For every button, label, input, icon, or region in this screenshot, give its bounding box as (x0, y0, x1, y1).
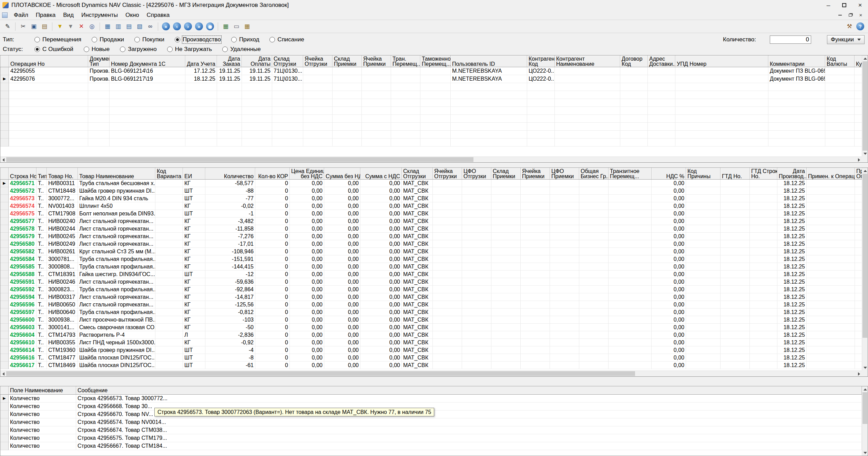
table-row[interactable]: ▶КоличествоСтрока 42956573. Товар 300077… (0, 395, 862, 403)
cell[interactable] (433, 180, 462, 187)
cell[interactable] (550, 278, 579, 286)
cell[interactable] (550, 210, 579, 217)
cell[interactable] (855, 255, 862, 263)
cell[interactable] (807, 271, 855, 278)
cell[interactable]: ШТ (183, 271, 205, 278)
cell[interactable] (686, 308, 721, 316)
column-header[interactable]: ОбщаяБизнес Гр... (579, 168, 609, 179)
cell[interactable]: 3000938... (47, 316, 78, 324)
cell[interactable] (550, 286, 579, 293)
scroll-right-icon[interactable] (856, 157, 862, 163)
cell[interactable] (807, 331, 855, 339)
cell[interactable] (855, 324, 862, 331)
cell[interactable] (462, 308, 491, 316)
cell[interactable]: СТМ18448 (47, 187, 78, 195)
cell[interactable] (648, 123, 675, 131)
cell[interactable] (491, 286, 521, 293)
cell[interactable] (750, 202, 777, 210)
cell[interactable]: Т.. (37, 301, 47, 308)
column-header[interactable]: Строка Но (9, 168, 37, 179)
cell[interactable] (721, 286, 750, 293)
cell[interactable]: 17.12.25 (185, 67, 217, 75)
cell[interactable] (550, 240, 579, 248)
cell[interactable] (521, 248, 550, 255)
table-row[interactable]: 42956588Т..СТМ18391Гайка шестигр. DIN934… (0, 271, 862, 278)
cell[interactable]: 42956597 (9, 308, 37, 316)
cell[interactable] (807, 324, 855, 331)
cell[interactable]: 18.12.25 (777, 263, 807, 271)
cell[interactable] (648, 131, 675, 139)
status-radio-4[interactable]: Удаленные (222, 46, 261, 53)
cell[interactable]: ЦО222-0... (527, 75, 555, 83)
cell[interactable] (579, 217, 609, 225)
cell[interactable] (491, 248, 521, 255)
cell[interactable] (686, 354, 721, 362)
cell[interactable] (433, 316, 462, 324)
cell[interactable]: 42956577 (9, 217, 37, 225)
column-header[interactable]: КонтрагентКод (527, 55, 555, 67)
cell[interactable] (527, 107, 555, 115)
scroll-track[interactable] (862, 61, 868, 151)
cell[interactable] (391, 107, 420, 115)
cell[interactable] (521, 271, 550, 278)
row-marker[interactable] (0, 426, 9, 434)
cell[interactable]: 0,00 (324, 187, 360, 195)
cell[interactable] (433, 187, 462, 195)
cell[interactable]: 18.12.25 (777, 301, 807, 308)
cell[interactable] (527, 123, 555, 131)
scroll-down-icon[interactable] (862, 450, 868, 456)
cell[interactable] (462, 316, 491, 324)
row-marker[interactable] (0, 248, 9, 255)
cell[interactable] (9, 139, 88, 146)
cell[interactable]: Количество (9, 411, 76, 418)
cell[interactable] (521, 346, 550, 354)
cell[interactable]: 42956588 (9, 271, 37, 278)
cell[interactable] (451, 83, 527, 91)
cell[interactable] (155, 210, 183, 217)
table-row[interactable]: 42956597Т..НИВ00640Труба стальная профил… (0, 308, 862, 316)
cell[interactable]: Круг стальной Ст3 25 мм (М... (78, 248, 155, 255)
cell[interactable]: 0,00 (324, 263, 360, 271)
cell[interactable]: СТМ19360 (47, 346, 78, 354)
cell[interactable]: 0,00 (360, 362, 402, 369)
cell[interactable]: Т.. (37, 339, 47, 346)
table-row[interactable]: 42956610Т..НИВ00355Лист ПНД черный 1500х… (0, 339, 862, 346)
cell[interactable] (855, 225, 862, 233)
cell[interactable] (686, 210, 721, 217)
cell[interactable]: СТМ17908 (47, 210, 78, 217)
column-header[interactable]: ЯчейкаПриемки (521, 168, 550, 179)
documents-grid-vertical-scrollbar[interactable] (862, 55, 868, 156)
cell[interactable] (333, 67, 362, 75)
cell[interactable] (521, 240, 550, 248)
cell[interactable]: 42956596 (9, 301, 37, 308)
cell[interactable]: МАТ_СВК (402, 316, 433, 324)
cell[interactable] (303, 115, 333, 123)
cell[interactable]: 3000781... (47, 255, 78, 263)
cell[interactable] (579, 240, 609, 248)
functions-button[interactable]: Функции (827, 35, 865, 44)
cell[interactable]: -88 (205, 187, 255, 195)
cell[interactable] (155, 248, 183, 255)
cell[interactable] (825, 131, 855, 139)
cell[interactable]: 0,00 (360, 202, 402, 210)
close-button[interactable]: × (852, 0, 868, 10)
cell[interactable] (825, 83, 855, 91)
print-icon[interactable]: ▭ (232, 22, 241, 31)
cell[interactable]: МАТ_СВК (402, 202, 433, 210)
cell[interactable]: 18.12.25 (185, 75, 217, 83)
cell[interactable]: 0 (255, 278, 290, 286)
cell[interactable] (521, 217, 550, 225)
cell[interactable] (609, 202, 652, 210)
cell[interactable]: BLG-0691214\16 (110, 67, 185, 75)
cell[interactable]: Т.. (37, 271, 47, 278)
cell[interactable]: МАТ_СВК (402, 217, 433, 225)
cell[interactable] (609, 255, 652, 263)
cell[interactable] (550, 180, 579, 187)
column-header[interactable]: ГТД СтрокаНо. (750, 168, 777, 179)
cell[interactable]: -17,01 (205, 240, 255, 248)
cell[interactable] (391, 99, 420, 107)
cell[interactable] (675, 123, 768, 131)
cell[interactable]: 42956600 (9, 316, 37, 324)
cell[interactable]: МАТ_СВК (402, 286, 433, 293)
cell[interactable] (855, 187, 862, 195)
